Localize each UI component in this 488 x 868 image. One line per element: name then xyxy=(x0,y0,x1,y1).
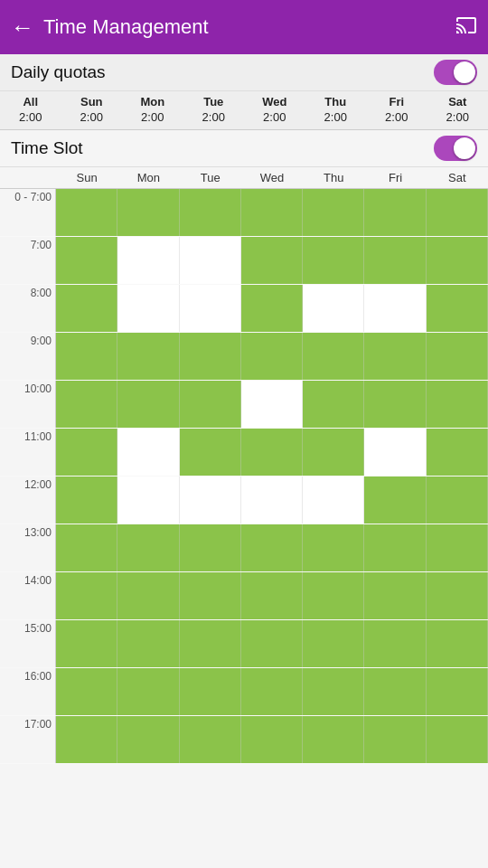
grid-cell-6-4[interactable] xyxy=(303,476,364,524)
grid-cell-5-2[interactable] xyxy=(180,429,241,476)
time-label-11: 17:00 xyxy=(0,716,56,763)
grid-cell-10-6[interactable] xyxy=(427,668,488,715)
grid-cell-1-5[interactable] xyxy=(364,237,426,284)
grid-cell-6-0[interactable] xyxy=(56,476,117,524)
grid-cell-8-5[interactable] xyxy=(364,572,426,619)
grid-cell-0-3[interactable] xyxy=(241,189,303,236)
grid-cell-2-2[interactable] xyxy=(180,285,241,332)
grid-cell-3-2[interactable] xyxy=(180,333,241,380)
grid-cell-8-3[interactable] xyxy=(241,572,303,619)
grid-cell-8-2[interactable] xyxy=(180,572,241,619)
grid-cell-1-1[interactable] xyxy=(117,237,179,284)
grid-cell-11-5[interactable] xyxy=(364,716,426,763)
grid-cell-8-1[interactable] xyxy=(117,572,179,619)
grid-cell-6-6[interactable] xyxy=(427,476,488,524)
grid-cell-1-0[interactable] xyxy=(56,237,117,284)
grid-cell-3-4[interactable] xyxy=(303,333,364,380)
grid-cell-10-0[interactable] xyxy=(56,668,117,715)
grid-cell-1-4[interactable] xyxy=(303,237,364,284)
grid-cell-11-1[interactable] xyxy=(117,716,179,763)
grid-cell-4-0[interactable] xyxy=(56,381,117,428)
grid-cell-9-0[interactable] xyxy=(56,620,117,667)
time-label-2: 8:00 xyxy=(0,285,56,332)
grid-cell-0-6[interactable] xyxy=(427,189,488,236)
quota-day-mon[interactable]: Mon2:00 xyxy=(122,95,183,126)
grid-cell-3-5[interactable] xyxy=(364,333,426,380)
grid-cell-11-6[interactable] xyxy=(427,716,488,763)
grid-cell-10-2[interactable] xyxy=(180,668,241,715)
grid-cell-6-5[interactable] xyxy=(364,476,426,524)
grid-cell-7-5[interactable] xyxy=(364,524,426,571)
grid-cell-9-1[interactable] xyxy=(117,620,179,667)
grid-cell-4-4[interactable] xyxy=(303,381,364,428)
grid-cell-4-2[interactable] xyxy=(180,381,241,428)
grid-cell-2-4[interactable] xyxy=(303,285,364,332)
grid-cell-9-2[interactable] xyxy=(180,620,241,667)
grid-cell-11-2[interactable] xyxy=(180,716,241,763)
grid-cell-2-0[interactable] xyxy=(56,285,117,332)
grid-cell-8-4[interactable] xyxy=(303,572,364,619)
grid-cell-1-2[interactable] xyxy=(180,237,241,284)
grid-cell-11-4[interactable] xyxy=(303,716,364,763)
grid-cell-7-4[interactable] xyxy=(303,524,364,571)
grid-cell-6-3[interactable] xyxy=(241,476,303,524)
quota-day-sun[interactable]: Sun2:00 xyxy=(61,95,123,126)
cast-icon[interactable] xyxy=(455,14,477,41)
grid-cell-2-3[interactable] xyxy=(241,285,303,332)
time-slot-toggle[interactable] xyxy=(434,136,477,161)
grid-cell-10-1[interactable] xyxy=(117,668,179,715)
quota-day-fri[interactable]: Fri2:00 xyxy=(366,95,427,126)
grid-cell-7-1[interactable] xyxy=(117,524,179,571)
grid-cell-5-0[interactable] xyxy=(56,429,117,476)
daily-quotas-toggle[interactable] xyxy=(434,60,477,85)
grid-cell-4-3[interactable] xyxy=(241,381,303,428)
grid-cell-11-3[interactable] xyxy=(241,716,303,763)
grid-cell-5-1[interactable] xyxy=(117,429,179,476)
grid-cell-0-2[interactable] xyxy=(180,189,241,236)
grid-cell-4-1[interactable] xyxy=(117,381,179,428)
grid-cell-2-1[interactable] xyxy=(117,285,179,332)
grid-cell-4-5[interactable] xyxy=(364,381,426,428)
grid-cell-0-4[interactable] xyxy=(303,189,364,236)
grid-cell-3-3[interactable] xyxy=(241,333,303,380)
grid-cell-7-2[interactable] xyxy=(180,524,241,571)
quota-day-sat[interactable]: Sat2:00 xyxy=(427,95,489,126)
grid-cell-3-0[interactable] xyxy=(56,333,117,380)
quota-day-wed[interactable]: Wed2:00 xyxy=(244,95,305,126)
grid-cell-0-0[interactable] xyxy=(56,189,117,236)
grid-cell-2-5[interactable] xyxy=(364,285,426,332)
grid-cell-1-3[interactable] xyxy=(241,237,303,284)
grid-cell-5-5[interactable] xyxy=(364,429,426,476)
grid-cell-10-4[interactable] xyxy=(303,668,364,715)
grid-cell-8-0[interactable] xyxy=(56,572,117,619)
back-button[interactable]: ← xyxy=(11,14,34,42)
grid-cell-0-5[interactable] xyxy=(364,189,426,236)
grid-cell-3-6[interactable] xyxy=(427,333,488,380)
quota-day-thu[interactable]: Thu2:00 xyxy=(305,95,367,126)
grid-cell-9-5[interactable] xyxy=(364,620,426,667)
grid-cell-10-5[interactable] xyxy=(364,668,426,715)
grid-cell-7-6[interactable] xyxy=(427,524,488,571)
grid-cell-9-3[interactable] xyxy=(241,620,303,667)
grid-cell-9-6[interactable] xyxy=(427,620,488,667)
grid-cell-5-6[interactable] xyxy=(427,429,488,476)
grid-cell-10-3[interactable] xyxy=(241,668,303,715)
grid-cell-9-4[interactable] xyxy=(303,620,364,667)
grid-cell-3-1[interactable] xyxy=(117,333,179,380)
grid-cell-7-3[interactable] xyxy=(241,524,303,571)
grid-cell-1-6[interactable] xyxy=(427,237,488,284)
grid-cell-2-6[interactable] xyxy=(427,285,488,332)
grid-cell-11-0[interactable] xyxy=(56,716,117,763)
grid-cell-6-2[interactable] xyxy=(180,476,241,524)
calendar: SunMonTueWedThuFriSat 0 - 7:007:008:009:… xyxy=(0,167,488,833)
grid-cell-8-6[interactable] xyxy=(427,572,488,619)
quota-day-tue[interactable]: Tue2:00 xyxy=(183,95,245,126)
grid-cell-5-3[interactable] xyxy=(241,429,303,476)
daily-quotas-label: Daily quotas xyxy=(11,62,434,82)
grid-cell-0-1[interactable] xyxy=(117,189,179,236)
grid-cell-5-4[interactable] xyxy=(303,429,364,476)
grid-cell-6-1[interactable] xyxy=(117,476,179,524)
grid-cell-7-0[interactable] xyxy=(56,524,117,571)
quota-day-all[interactable]: All2:00 xyxy=(0,95,61,126)
grid-cell-4-6[interactable] xyxy=(427,381,488,428)
